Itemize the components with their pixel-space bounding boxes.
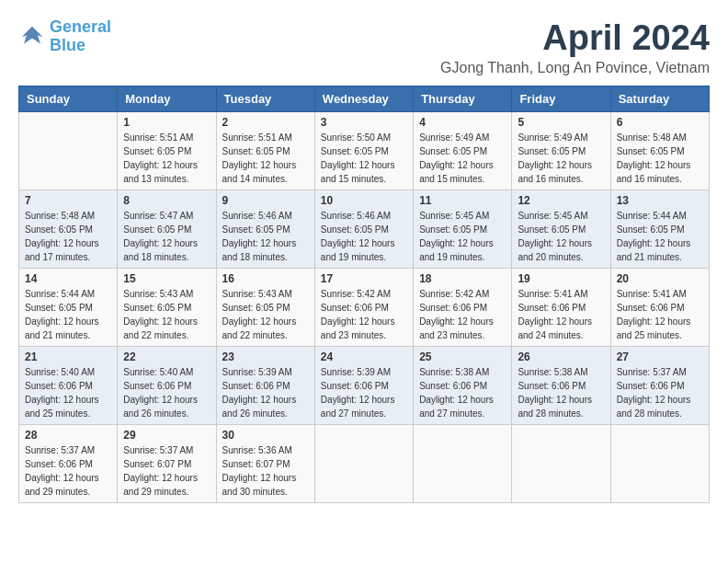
sunrise-text: Sunrise: 5:48 AM [617, 132, 687, 143]
sunset-text: Sunset: 6:06 PM [617, 381, 685, 391]
day-number: 30 [222, 429, 309, 442]
day-number: 7 [25, 194, 111, 207]
sunrise-text: Sunrise: 5:38 AM [518, 367, 587, 377]
calendar-cell: 14 Sunrise: 5:44 AM Sunset: 6:05 PM Dayl… [19, 269, 118, 347]
daylight-text: Daylight: 12 hours and 24 minutes. [518, 316, 592, 340]
sunset-text: Sunset: 6:06 PM [222, 381, 290, 391]
calendar-cell: 11 Sunrise: 5:45 AM Sunset: 6:05 PM Dayl… [414, 190, 512, 269]
daylight-text: Daylight: 12 hours and 21 minutes. [25, 316, 99, 340]
day-number: 2 [222, 116, 309, 129]
calendar-title: April 2024 [440, 18, 710, 58]
day-info: Sunrise: 5:44 AM Sunset: 6:05 PM Dayligh… [25, 287, 111, 342]
day-number: 17 [321, 272, 407, 285]
header-sunday: Sunday [19, 86, 118, 112]
sunrise-text: Sunrise: 5:43 AM [123, 289, 193, 299]
sunrise-text: Sunrise: 5:37 AM [617, 367, 687, 377]
sunset-text: Sunset: 6:05 PM [222, 224, 290, 235]
sunrise-text: Sunrise: 5:40 AM [25, 367, 95, 377]
sunset-text: Sunset: 6:06 PM [518, 303, 586, 313]
sunset-text: Sunset: 6:05 PM [123, 224, 191, 235]
sunrise-text: Sunrise: 5:39 AM [321, 367, 391, 377]
calendar-cell [610, 425, 709, 503]
day-number: 27 [617, 350, 703, 363]
calendar-cell: 18 Sunrise: 5:42 AM Sunset: 6:06 PM Dayl… [414, 269, 512, 347]
calendar-cell [414, 425, 512, 503]
sunset-text: Sunset: 6:05 PM [25, 224, 93, 235]
day-info: Sunrise: 5:43 AM Sunset: 6:05 PM Dayligh… [222, 287, 309, 342]
sunrise-text: Sunrise: 5:51 AM [123, 132, 193, 143]
calendar-cell: 19 Sunrise: 5:41 AM Sunset: 6:06 PM Dayl… [512, 269, 610, 347]
sunrise-text: Sunrise: 5:44 AM [617, 211, 687, 221]
day-info: Sunrise: 5:37 AM Sunset: 6:06 PM Dayligh… [25, 443, 111, 499]
daylight-text: Daylight: 12 hours and 18 minutes. [222, 238, 297, 262]
day-info: Sunrise: 5:49 AM Sunset: 6:05 PM Dayligh… [419, 131, 506, 186]
daylight-text: Daylight: 12 hours and 27 minutes. [321, 395, 395, 419]
sunset-text: Sunset: 6:07 PM [222, 459, 290, 469]
sunset-text: Sunset: 6:06 PM [25, 381, 93, 391]
day-number: 29 [123, 429, 210, 442]
calendar-cell: 24 Sunrise: 5:39 AM Sunset: 6:06 PM Dayl… [314, 347, 413, 425]
daylight-text: Daylight: 12 hours and 22 minutes. [123, 316, 198, 340]
header-thursday: Thursday [414, 86, 512, 112]
sunset-text: Sunset: 6:05 PM [617, 146, 685, 156]
calendar-cell: 5 Sunrise: 5:49 AM Sunset: 6:05 PM Dayli… [512, 112, 610, 190]
calendar-cell: 2 Sunrise: 5:51 AM Sunset: 6:05 PM Dayli… [216, 112, 314, 190]
day-info: Sunrise: 5:45 AM Sunset: 6:05 PM Dayligh… [419, 209, 506, 264]
header-wednesday: Wednesday [314, 86, 413, 112]
daylight-text: Daylight: 12 hours and 28 minutes. [518, 395, 592, 419]
calendar-table: Sunday Monday Tuesday Wednesday Thursday… [18, 86, 710, 503]
day-info: Sunrise: 5:45 AM Sunset: 6:05 PM Dayligh… [518, 209, 604, 264]
day-number: 13 [617, 194, 703, 207]
calendar-cell: 1 Sunrise: 5:51 AM Sunset: 6:05 PM Dayli… [118, 112, 216, 190]
sunset-text: Sunset: 6:05 PM [321, 146, 389, 156]
sunrise-text: Sunrise: 5:44 AM [25, 289, 95, 299]
sunrise-text: Sunrise: 5:38 AM [419, 367, 489, 377]
calendar-cell: 27 Sunrise: 5:37 AM Sunset: 6:06 PM Dayl… [610, 347, 709, 425]
day-number: 12 [518, 194, 604, 207]
sunset-text: Sunset: 6:06 PM [321, 303, 389, 313]
sunrise-text: Sunrise: 5:46 AM [222, 211, 292, 221]
sunset-text: Sunset: 6:06 PM [419, 303, 487, 313]
calendar-cell: 9 Sunrise: 5:46 AM Sunset: 6:05 PM Dayli… [216, 190, 314, 269]
day-number: 20 [617, 272, 703, 285]
calendar-cell: 29 Sunrise: 5:37 AM Sunset: 6:07 PM Dayl… [118, 425, 216, 503]
daylight-text: Daylight: 12 hours and 29 minutes. [25, 473, 99, 497]
day-info: Sunrise: 5:36 AM Sunset: 6:07 PM Dayligh… [222, 443, 309, 499]
calendar-cell: 4 Sunrise: 5:49 AM Sunset: 6:05 PM Dayli… [414, 112, 512, 190]
calendar-cell: 6 Sunrise: 5:48 AM Sunset: 6:05 PM Dayli… [610, 112, 709, 190]
day-number: 6 [617, 116, 703, 129]
day-info: Sunrise: 5:40 AM Sunset: 6:06 PM Dayligh… [123, 365, 210, 420]
calendar-cell: 15 Sunrise: 5:43 AM Sunset: 6:05 PM Dayl… [118, 269, 216, 347]
day-info: Sunrise: 5:51 AM Sunset: 6:05 PM Dayligh… [123, 131, 210, 186]
sunset-text: Sunset: 6:05 PM [222, 146, 290, 156]
calendar-week-row: 7 Sunrise: 5:48 AM Sunset: 6:05 PM Dayli… [19, 190, 710, 269]
day-number: 1 [123, 116, 210, 129]
calendar-cell: 13 Sunrise: 5:44 AM Sunset: 6:05 PM Dayl… [610, 190, 709, 269]
daylight-text: Daylight: 12 hours and 15 minutes. [419, 160, 494, 184]
day-number: 5 [518, 116, 604, 129]
header-tuesday: Tuesday [216, 86, 314, 112]
calendar-cell: 16 Sunrise: 5:43 AM Sunset: 6:05 PM Dayl… [216, 269, 314, 347]
daylight-text: Daylight: 12 hours and 26 minutes. [222, 395, 297, 419]
day-number: 25 [419, 350, 506, 363]
day-info: Sunrise: 5:39 AM Sunset: 6:06 PM Dayligh… [321, 365, 407, 420]
sunrise-text: Sunrise: 5:42 AM [419, 289, 489, 299]
day-info: Sunrise: 5:44 AM Sunset: 6:05 PM Dayligh… [617, 209, 703, 264]
calendar-cell: 22 Sunrise: 5:40 AM Sunset: 6:06 PM Dayl… [118, 347, 216, 425]
calendar-cell: 10 Sunrise: 5:46 AM Sunset: 6:05 PM Dayl… [314, 190, 413, 269]
sunrise-text: Sunrise: 5:49 AM [419, 132, 489, 143]
sunset-text: Sunset: 6:05 PM [419, 146, 487, 156]
day-number: 10 [321, 194, 407, 207]
logo-icon [18, 23, 46, 51]
day-info: Sunrise: 5:49 AM Sunset: 6:05 PM Dayligh… [518, 131, 604, 186]
sunset-text: Sunset: 6:05 PM [518, 224, 586, 235]
sunrise-text: Sunrise: 5:51 AM [222, 132, 292, 143]
daylight-text: Daylight: 12 hours and 16 minutes. [518, 160, 592, 184]
daylight-text: Daylight: 12 hours and 14 minutes. [222, 160, 297, 184]
day-info: Sunrise: 5:41 AM Sunset: 6:06 PM Dayligh… [617, 287, 703, 342]
sunset-text: Sunset: 6:06 PM [518, 381, 586, 391]
sunset-text: Sunset: 6:05 PM [419, 224, 487, 235]
calendar-cell [512, 425, 610, 503]
day-number: 16 [222, 272, 309, 285]
day-number: 14 [25, 272, 111, 285]
